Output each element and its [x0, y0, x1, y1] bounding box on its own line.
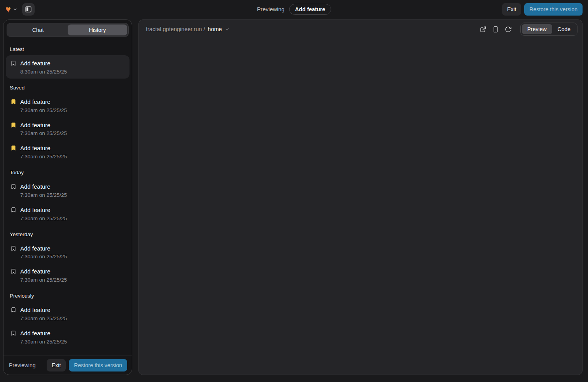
section-items: Add feature 7:30am on 25/25/25 Add featu… [6, 302, 130, 349]
item-timestamp: 7:30am on 25/25/25 [20, 254, 67, 259]
bookmark-icon [10, 60, 16, 66]
version-item-text: Add feature 8:30am on 25/25/25 [20, 59, 67, 75]
version-item-text: Add feature 7:30am on 25/25/25 [20, 98, 67, 113]
chat-history-tabs: Chat History [7, 23, 129, 37]
toggle-preview[interactable]: Preview [522, 24, 552, 34]
version-item-text: Add feature 7:30am on 25/25/25 [20, 182, 67, 198]
history-section: Previously Add feature 7:30am on 25/25/2… [6, 293, 130, 349]
exit-button[interactable]: Exit [502, 3, 521, 16]
section-title: Saved [10, 85, 126, 91]
main-layout: Chat History Latest Add feature 8:30am o… [0, 19, 588, 378]
version-item-text: Add feature 7:30am on 25/25/25 [20, 306, 67, 321]
section-title: Previously [10, 293, 126, 299]
preview-code-toggle: Preview Code [520, 23, 578, 36]
tab-history[interactable]: History [68, 25, 127, 35]
refresh-icon [505, 26, 511, 33]
preview-url-prefix: fractal.gptengineer.run / [146, 26, 205, 32]
chevron-down-icon [13, 7, 18, 12]
section-items: Add feature 8:30am on 25/25/25 [6, 55, 130, 79]
bookmark-icon [10, 99, 16, 105]
chevron-down-icon [225, 27, 230, 32]
section-title: Latest [10, 46, 126, 52]
section-items: Add feature 7:30am on 25/25/25 Add featu… [6, 240, 130, 287]
version-item[interactable]: Add feature 7:30am on 25/25/25 [6, 179, 130, 202]
item-title: Add feature [20, 182, 67, 191]
app-logo-menu-button[interactable]: ♥ [5, 5, 18, 14]
item-title: Add feature [20, 121, 67, 130]
version-item[interactable]: Add feature 7:30am on 25/25/25 [6, 94, 130, 117]
section-items: Add feature 7:30am on 25/25/25 Add featu… [6, 179, 130, 225]
item-timestamp: 7:30am on 25/25/25 [20, 154, 67, 159]
version-item-text: Add feature 7:30am on 25/25/25 [20, 244, 67, 260]
item-title: Add feature [20, 244, 67, 253]
preview-viewport[interactable] [139, 39, 582, 375]
version-item[interactable]: Add feature 7:30am on 25/25/25 [6, 325, 130, 349]
footer-exit-button[interactable]: Exit [47, 359, 66, 371]
version-item[interactable]: Add feature 8:30am on 25/25/25 [6, 55, 130, 79]
item-title: Add feature [20, 98, 67, 106]
bookmark-icon [10, 207, 16, 213]
bookmark-icon [10, 268, 16, 274]
version-badge: Add feature [289, 4, 331, 15]
version-item-text: Add feature 7:30am on 25/25/25 [20, 206, 67, 221]
section-items: Add feature 7:30am on 25/25/25 Add featu… [6, 94, 130, 163]
external-link-icon [480, 26, 486, 33]
open-in-new-tab-button[interactable] [480, 26, 486, 33]
item-title: Add feature [20, 306, 67, 314]
bookmark-icon [10, 330, 16, 336]
item-title: Add feature [20, 267, 67, 276]
item-title: Add feature [20, 329, 67, 338]
history-section: Saved Add feature 7:30am on 25/25/25 Add… [6, 85, 130, 163]
version-item-text: Add feature 7:30am on 25/25/25 [20, 267, 67, 283]
version-item[interactable]: Add feature 7:30am on 25/25/25 [6, 202, 130, 225]
tab-chat[interactable]: Chat [8, 25, 68, 35]
footer-previewing-label: Previewing [9, 362, 35, 368]
toggle-code[interactable]: Code [552, 24, 576, 34]
history-section: Yesterday Add feature 7:30am on 25/25/25… [6, 231, 130, 287]
version-item[interactable]: Add feature 7:30am on 25/25/25 [6, 302, 130, 325]
section-title: Yesterday [10, 231, 126, 237]
item-timestamp: 7:30am on 25/25/25 [20, 192, 67, 198]
version-item[interactable]: Add feature 7:30am on 25/25/25 [6, 140, 130, 163]
bookmark-icon [10, 245, 16, 251]
mobile-view-button[interactable] [492, 26, 499, 33]
version-item[interactable]: Add feature 7:30am on 25/25/25 [6, 240, 130, 264]
history-list[interactable]: Latest Add feature 8:30am on 25/25/25 Sa… [4, 40, 132, 356]
history-section: Latest Add feature 8:30am on 25/25/25 [6, 46, 130, 79]
item-timestamp: 7:30am on 25/25/25 [20, 277, 67, 283]
refresh-button[interactable] [505, 26, 511, 33]
version-item-text: Add feature 7:30am on 25/25/25 [20, 121, 67, 137]
version-item[interactable]: Add feature 7:30am on 25/25/25 [6, 117, 130, 140]
item-timestamp: 7:30am on 25/25/25 [20, 130, 67, 136]
bookmark-icon [10, 307, 16, 313]
preview-url-page: home [208, 26, 222, 32]
version-item[interactable]: Add feature 7:30am on 25/25/25 [6, 263, 130, 287]
history-sidebar: Chat History Latest Add feature 8:30am o… [3, 19, 132, 375]
version-item-text: Add feature 7:30am on 25/25/25 [20, 144, 67, 159]
item-title: Add feature [20, 206, 67, 214]
footer-restore-version-button[interactable]: Restore this version [69, 359, 127, 371]
panel-left-icon [25, 6, 32, 13]
previewing-label: Previewing [257, 6, 285, 12]
preview-url-dropdown[interactable]: fractal.gptengineer.run / home [144, 25, 232, 34]
bookmark-icon [10, 184, 16, 189]
sidebar-toggle-button[interactable] [22, 3, 35, 16]
version-item-text: Add feature 7:30am on 25/25/25 [20, 329, 67, 345]
top-bar: ♥ Previewing Add feature Exit Restore th… [0, 0, 588, 19]
sidebar-footer: Previewing Exit Restore this version [4, 356, 132, 375]
history-section: Today Add feature 7:30am on 25/25/25 Add… [6, 170, 130, 225]
item-timestamp: 8:30am on 25/25/25 [20, 69, 67, 75]
item-title: Add feature [20, 144, 67, 152]
restore-version-button[interactable]: Restore this version [524, 3, 583, 16]
preview-pane: fractal.gptengineer.run / home [138, 19, 583, 375]
item-timestamp: 7:30am on 25/25/25 [20, 216, 67, 221]
lovable-heart-logo-icon: ♥ [5, 5, 11, 14]
smartphone-icon [492, 26, 499, 33]
item-timestamp: 7:30am on 25/25/25 [20, 107, 67, 113]
item-timestamp: 7:30am on 25/25/25 [20, 315, 67, 321]
item-timestamp: 7:30am on 25/25/25 [20, 339, 67, 345]
item-title: Add feature [20, 59, 67, 68]
preview-pane-header: fractal.gptengineer.run / home [139, 20, 582, 39]
bookmark-icon [10, 122, 16, 128]
bookmark-icon [10, 145, 16, 151]
